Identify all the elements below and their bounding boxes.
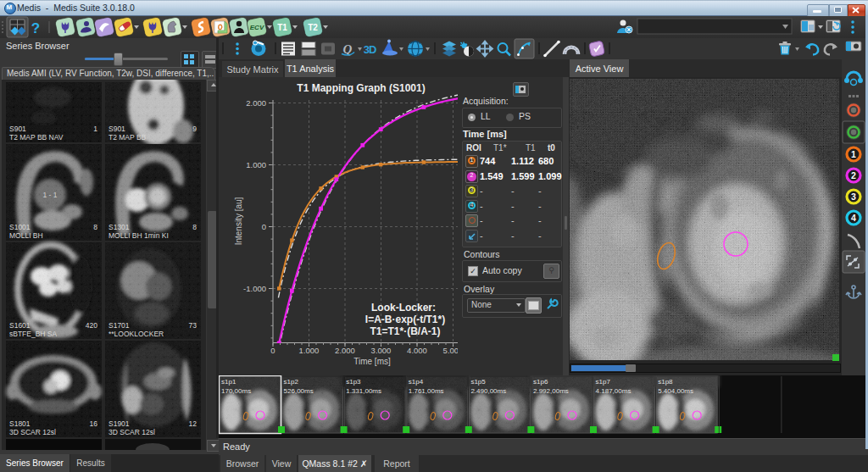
svg-text:s1p7: s1p7 (596, 378, 611, 386)
svg-text:**LOOKLOCKER: **LOOKLOCKER (108, 330, 164, 338)
svg-text:Q: Q (343, 42, 353, 56)
svg-text:S1001: S1001 (9, 223, 31, 231)
svg-text:4.000: 4.000 (407, 346, 427, 355)
svg-text:8: 8 (93, 223, 97, 231)
svg-text:T1=T1*·(B/A-1): T1=T1*·(B/A-1) (370, 325, 440, 337)
svg-text:12: 12 (189, 419, 198, 428)
svg-text:1: 1 (93, 125, 97, 133)
svg-text:s1p2: s1p2 (284, 378, 299, 386)
svg-text:5.404,00ms: 5.404,00ms (658, 387, 693, 395)
svg-text:Time [ms]: Time [ms] (353, 357, 391, 366)
svg-text:S1801: S1801 (9, 419, 31, 428)
svg-text:1.761,00ms: 1.761,00ms (409, 387, 444, 395)
svg-text:1.000: 1.000 (299, 346, 320, 355)
svg-text:T2 MAP BB NAV: T2 MAP BB NAV (9, 133, 64, 142)
svg-text:2: 2 (851, 170, 856, 180)
svg-text:MOLLI BH: MOLLI BH (9, 231, 43, 240)
svg-text:3.000: 3.000 (371, 346, 392, 355)
svg-text:Intensity [au]: Intensity [au] (234, 197, 243, 245)
svg-text:4: 4 (851, 213, 856, 223)
svg-text:S1301: S1301 (108, 223, 130, 231)
svg-text:9: 9 (192, 125, 197, 133)
svg-text:73: 73 (189, 321, 198, 330)
svg-text:s1p4: s1p4 (409, 378, 424, 386)
svg-text:s1p5: s1p5 (470, 378, 486, 386)
svg-text:S1701: S1701 (108, 321, 130, 330)
svg-text:sBTFE_BH SA: sBTFE_BH SA (9, 330, 58, 338)
svg-text:Look-Locker:: Look-Locker: (371, 302, 436, 314)
svg-text:-1.000: -1.000 (243, 284, 266, 293)
svg-text:420: 420 (86, 321, 97, 330)
svg-text:8: 8 (192, 223, 197, 231)
svg-text:2.490,00ms: 2.490,00ms (470, 387, 506, 395)
svg-text:2.000: 2.000 (335, 346, 355, 355)
svg-text:ECV: ECV (250, 24, 264, 31)
svg-text:S1901: S1901 (108, 419, 130, 428)
svg-text:0: 0 (270, 346, 275, 355)
svg-text:T2: T2 (308, 23, 318, 32)
svg-text:1.331,00ms: 1.331,00ms (346, 387, 381, 395)
svg-text:MOLLI BH 1min KI: MOLLI BH 1min KI (108, 231, 169, 240)
svg-text:3D: 3D (364, 43, 376, 56)
svg-text:T2 MAP BB: T2 MAP BB (108, 133, 147, 142)
svg-text:T1: T1 (277, 23, 287, 32)
svg-text:s1p3: s1p3 (346, 378, 361, 386)
svg-text:S901: S901 (108, 125, 125, 133)
svg-text:1.000: 1.000 (246, 160, 266, 169)
svg-text:s1p6: s1p6 (533, 378, 548, 386)
svg-text:4.187,00ms: 4.187,00ms (596, 387, 632, 395)
svg-text:1 - 1: 1 - 1 (42, 191, 57, 199)
svg-text:170,00ms: 170,00ms (221, 387, 251, 395)
svg-text:3D SCAR 12sl: 3D SCAR 12sl (108, 428, 155, 436)
svg-text:1: 1 (851, 149, 856, 159)
svg-text:2.000: 2.000 (246, 98, 266, 108)
svg-text:2.992,00ms: 2.992,00ms (533, 387, 569, 395)
svg-text:526,00ms: 526,00ms (284, 387, 314, 395)
svg-text:3: 3 (851, 192, 856, 202)
svg-text:16: 16 (90, 419, 98, 428)
svg-text:s1p8: s1p8 (658, 378, 673, 386)
svg-text:0: 0 (262, 222, 266, 231)
svg-text:I=A-B·exp(-t/T1*): I=A-B·exp(-t/T1*) (365, 314, 445, 325)
svg-text:S1601: S1601 (9, 321, 31, 330)
svg-text:?: ? (31, 20, 40, 36)
svg-text:S901: S901 (9, 125, 26, 133)
svg-text:3D SCAR 12sl: 3D SCAR 12sl (9, 428, 56, 436)
svg-text:T1 Mapping Graph (S1001): T1 Mapping Graph (S1001) (297, 82, 425, 94)
svg-text:s1p1: s1p1 (221, 378, 236, 386)
